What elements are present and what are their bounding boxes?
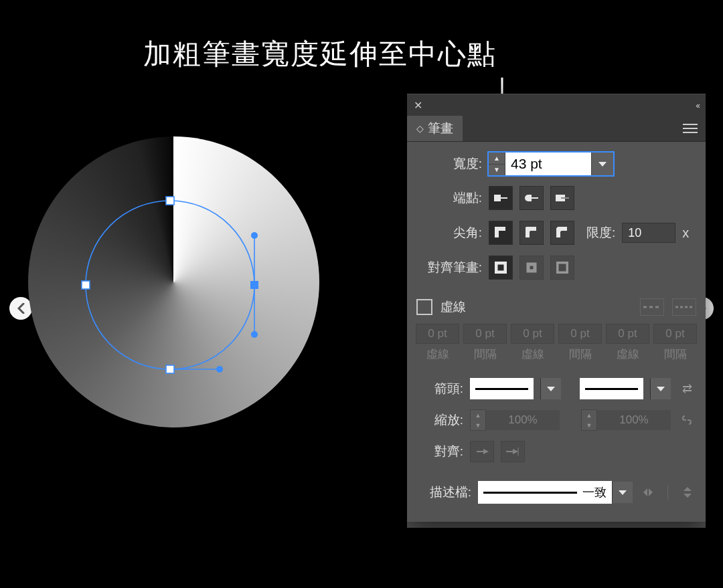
align-outside-button (550, 256, 574, 280)
miter-limit-input[interactable] (622, 223, 675, 243)
dashed-line-label: 虛線 (440, 298, 466, 316)
scale-start-field: ▲▼ 100% (470, 410, 560, 430)
flip-across-icon (679, 484, 696, 501)
arrow-align-label: 對齊: (416, 443, 463, 460)
stroke-width-input[interactable] (505, 153, 591, 175)
panel-titlebar[interactable]: ✕ ‹‹ (407, 94, 706, 116)
cap-butt-button[interactable] (489, 186, 513, 210)
cap-projecting-button[interactable] (550, 186, 574, 210)
stepper-up-icon[interactable]: ▲ (489, 153, 505, 165)
scale-label: 縮放: (416, 411, 463, 429)
tab-label: 筆畫 (428, 120, 453, 137)
link-scale-icon (677, 411, 696, 429)
svg-marker-27 (643, 488, 647, 496)
arrow-start-dropdown[interactable] (540, 378, 561, 399)
svg-marker-23 (483, 449, 489, 454)
swap-arrows-icon[interactable]: ⇄ (677, 379, 696, 398)
align-stroke-label: 對齊筆畫: (416, 259, 482, 276)
corner-miter-button[interactable] (489, 221, 513, 245)
svg-marker-29 (684, 487, 692, 491)
width-stepper[interactable]: ▲ ▼ (489, 153, 505, 175)
cap-label: 端點: (416, 189, 482, 207)
corner-round-button[interactable] (519, 221, 544, 245)
limit-label: 限度: (586, 224, 615, 241)
flip-along-icon (639, 484, 657, 501)
panel-tabbar: ◇ 筆畫 (407, 116, 706, 142)
tutorial-caption: 加粗筆畫寬度延伸至中心點 (143, 35, 497, 73)
dash-field-3: 0 pt (558, 324, 602, 344)
panel-menu-icon[interactable] (675, 116, 706, 141)
cap-round-button[interactable] (519, 186, 544, 210)
profile-value: 一致 (582, 484, 607, 500)
svg-rect-18 (528, 264, 535, 271)
align-inside-button (519, 256, 544, 280)
arrow-align-end-button (501, 441, 525, 462)
close-icon[interactable]: ✕ (414, 99, 422, 112)
dash-preserve-exact-icon (640, 298, 664, 316)
stroke-width-field: ▲ ▼ (489, 153, 613, 175)
arrowhead-label: 箭頭: (416, 380, 463, 397)
tab-stroke[interactable]: ◇ 筆畫 (407, 116, 463, 141)
stroke-panel: ✕ ‹‹ ◇ 筆畫 寬度: ▲ ▼ (407, 94, 706, 528)
dash-field-4: 0 pt (606, 324, 649, 344)
stepper-down-icon[interactable]: ▼ (489, 165, 505, 176)
svg-rect-12 (494, 195, 501, 201)
expand-collapse-icon: ◇ (416, 123, 424, 134)
chevron-down-icon (598, 162, 607, 167)
width-dropdown-button[interactable] (591, 153, 613, 175)
corner-bevel-button[interactable] (550, 221, 574, 245)
arrow-end-select[interactable] (580, 378, 643, 399)
scale-end-field: ▲▼ 100% (581, 410, 671, 430)
svg-marker-28 (649, 488, 653, 496)
limit-unit: x (682, 225, 689, 241)
dash-align-corners-icon (672, 298, 696, 316)
profile-select[interactable]: 一致 (478, 481, 612, 504)
align-center-button[interactable] (489, 256, 513, 280)
dash-field-0: 0 pt (416, 324, 459, 344)
profile-dropdown[interactable] (612, 482, 633, 503)
svg-marker-25 (513, 449, 518, 454)
dash-field-1: 0 pt (463, 324, 507, 344)
arrow-start-select[interactable] (470, 378, 534, 399)
conical-gradient-shape (28, 136, 319, 427)
dash-field-5: 0 pt (653, 324, 697, 344)
panel-collapse-icon[interactable]: ‹‹ (696, 100, 699, 110)
corner-label: 尖角: (416, 224, 482, 241)
arrow-end-dropdown[interactable] (650, 378, 671, 399)
profile-label: 描述檔: (416, 484, 471, 501)
dash-pattern-grid: 0 pt 虛線 0 pt 間隔 0 pt 虛線 0 pt 間隔 0 pt 虛線 … (416, 324, 696, 362)
dash-field-2: 0 pt (511, 324, 554, 344)
canvas-artwork[interactable] (28, 136, 319, 427)
arrow-align-tip-button (470, 441, 494, 462)
dashed-line-checkbox[interactable] (416, 299, 432, 315)
width-label: 寬度: (416, 155, 482, 173)
svg-rect-17 (496, 263, 505, 272)
svg-marker-30 (684, 494, 692, 498)
svg-rect-19 (557, 262, 568, 273)
